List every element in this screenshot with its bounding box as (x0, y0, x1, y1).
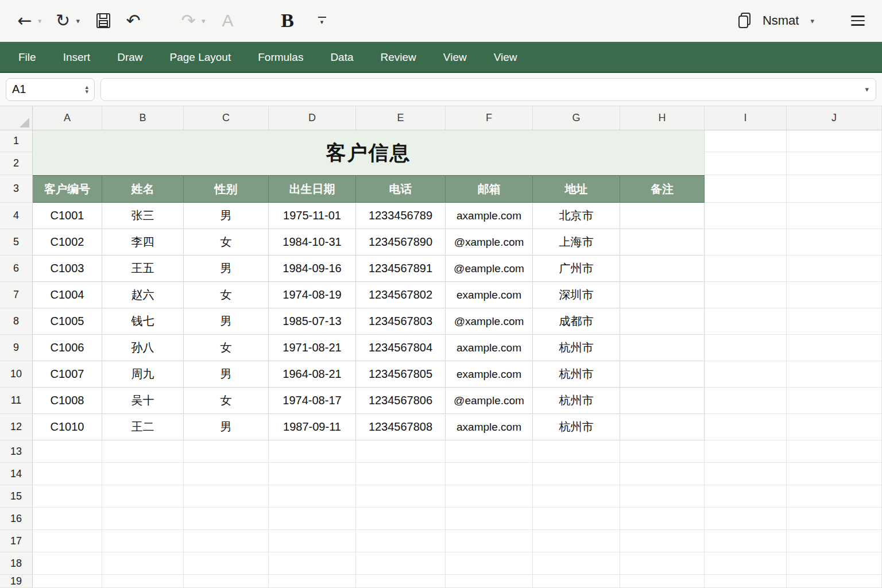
cell-J3[interactable] (787, 175, 882, 203)
font-tool-button[interactable]: A (218, 8, 238, 33)
cell-I14[interactable] (705, 463, 787, 485)
menu-item-draw[interactable]: Draw (117, 51, 142, 64)
redo-dropdown[interactable]: ▾ (198, 17, 209, 25)
cell-B8[interactable]: 钱七 (102, 308, 184, 335)
cell-F7[interactable]: example.com (446, 282, 533, 308)
row-header-15[interactable]: 15 (0, 485, 33, 508)
cell-B17[interactable] (102, 530, 184, 552)
cell-J13[interactable] (787, 440, 882, 463)
cell-I10[interactable] (705, 361, 787, 388)
cell-C13[interactable] (184, 440, 269, 463)
row-header-1[interactable]: 1 (0, 130, 33, 152)
cell-C17[interactable] (184, 530, 269, 552)
row-header-6[interactable]: 6 (0, 256, 33, 282)
column-header-J[interactable]: J (787, 106, 882, 130)
cell-E16[interactable] (356, 508, 446, 530)
column-header-B[interactable]: B (102, 106, 184, 130)
cell-B18[interactable] (102, 552, 184, 575)
cell-C7[interactable]: 女 (184, 282, 269, 308)
refresh-button[interactable]: ↻ (53, 8, 73, 33)
cell-D8[interactable]: 1985-07-13 (269, 308, 356, 335)
cell-H11[interactable] (620, 388, 705, 414)
column-header-G[interactable]: G (533, 106, 620, 130)
name-box[interactable]: A1 ▴ ▾ (6, 78, 95, 101)
cell-B9[interactable]: 孙八 (102, 335, 184, 361)
column-header-H[interactable]: H (620, 106, 705, 130)
cell-F18[interactable] (446, 552, 533, 575)
cell-C11[interactable]: 女 (184, 388, 269, 414)
cell-D9[interactable]: 1971-08-21 (269, 335, 356, 361)
menu-item-review[interactable]: Review (381, 51, 416, 64)
cell-F13[interactable] (446, 440, 533, 463)
cell-A9[interactable]: C1006 (33, 335, 102, 361)
hamburger-menu-button[interactable] (849, 13, 867, 28)
column-header-A[interactable]: A (33, 106, 102, 130)
row-header-18[interactable]: 18 (0, 552, 33, 575)
row-header-19[interactable]: 19 (0, 575, 33, 588)
undo-button[interactable]: ↶ (123, 8, 143, 33)
cell-H5[interactable] (620, 229, 705, 256)
column-header-C[interactable]: C (184, 106, 269, 130)
cell-D10[interactable]: 1964-08-21 (269, 361, 356, 388)
column-header-I[interactable]: I (705, 106, 787, 130)
cell-G15[interactable] (533, 485, 620, 508)
table-header-4[interactable]: 出生日期 (269, 175, 356, 203)
cell-C9[interactable]: 女 (184, 335, 269, 361)
cell-B12[interactable]: 王二 (102, 414, 184, 440)
account-name[interactable]: Nsmat (763, 13, 799, 28)
cell-H8[interactable] (620, 308, 705, 335)
refresh-dropdown[interactable]: ▾ (73, 17, 84, 25)
cell-G16[interactable] (533, 508, 620, 530)
cell-G9[interactable]: 杭州市 (533, 335, 620, 361)
table-header-1[interactable]: 客户编号 (33, 175, 102, 203)
cell-E9[interactable]: 1234567804 (356, 335, 446, 361)
column-header-D[interactable]: D (269, 106, 356, 130)
menu-item-formulas[interactable]: Formulas (258, 51, 303, 64)
cell-A16[interactable] (33, 508, 102, 530)
cell-I5[interactable] (705, 229, 787, 256)
account-button[interactable] (735, 8, 755, 33)
cell-J5[interactable] (787, 229, 882, 256)
cell-H18[interactable] (620, 552, 705, 575)
cell-J2[interactable] (787, 152, 882, 175)
cell-H19[interactable] (620, 575, 705, 588)
cell-F15[interactable] (446, 485, 533, 508)
cell-H10[interactable] (620, 361, 705, 388)
row-header-13[interactable]: 13 (0, 440, 33, 463)
row-header-5[interactable]: 5 (0, 229, 33, 256)
cell-A7[interactable]: C1004 (33, 282, 102, 308)
menu-item-view-2[interactable]: View (494, 51, 517, 64)
cell-I7[interactable] (705, 282, 787, 308)
cell-H15[interactable] (620, 485, 705, 508)
cell-C6[interactable]: 男 (184, 256, 269, 282)
row-header-3[interactable]: 3 (0, 175, 33, 203)
cell-H13[interactable] (620, 440, 705, 463)
cell-H4[interactable] (620, 203, 705, 229)
cell-F14[interactable] (446, 463, 533, 485)
menu-item-data[interactable]: Data (330, 51, 353, 64)
cell-J18[interactable] (787, 552, 882, 575)
sheet-title-cell[interactable]: 客户信息 (33, 130, 705, 175)
cell-C4[interactable]: 男 (184, 203, 269, 229)
name-box-spinner[interactable]: ▴ ▾ (85, 85, 88, 94)
cell-C8[interactable]: 男 (184, 308, 269, 335)
menu-item-file[interactable]: File (18, 51, 36, 64)
account-dropdown[interactable]: ▾ (807, 17, 818, 25)
menu-item-page-layout[interactable]: Page Layout (170, 51, 231, 64)
cell-J6[interactable] (787, 256, 882, 282)
table-header-6[interactable]: 邮箱 (446, 175, 533, 203)
cell-D17[interactable] (269, 530, 356, 552)
cell-I18[interactable] (705, 552, 787, 575)
cell-G7[interactable]: 深圳市 (533, 282, 620, 308)
cell-I2[interactable] (705, 152, 787, 175)
cell-H14[interactable] (620, 463, 705, 485)
row-header-9[interactable]: 9 (0, 335, 33, 361)
cell-G10[interactable]: 杭州市 (533, 361, 620, 388)
cell-C19[interactable] (184, 575, 269, 588)
cell-E10[interactable]: 1234567805 (356, 361, 446, 388)
cell-E15[interactable] (356, 485, 446, 508)
cell-J14[interactable] (787, 463, 882, 485)
column-header-E[interactable]: E (356, 106, 446, 130)
cell-I9[interactable] (705, 335, 787, 361)
cell-C18[interactable] (184, 552, 269, 575)
